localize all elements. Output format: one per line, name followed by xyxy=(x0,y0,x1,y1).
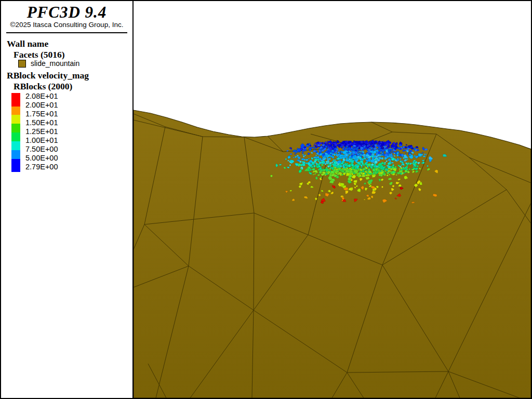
colorbar-value-label: 1.50E+01 xyxy=(25,118,58,127)
copyright-text: ©2025 Itasca Consulting Group, Inc. xyxy=(1,21,132,29)
colorbar-segment xyxy=(11,159,20,172)
colorbar-value-label: 5.00E+00 xyxy=(25,154,58,163)
wall-name-heading: Wall name xyxy=(7,38,48,49)
colorbar-value-label: 1.25E+01 xyxy=(25,127,58,136)
velocity-colorbar: 2.08E+012.00E+011.75E+011.50E+011.25E+01… xyxy=(1,93,134,181)
colorbar-value-label: 2.79E+00 xyxy=(25,163,58,171)
colorbar-value-label: 1.75E+01 xyxy=(25,110,58,118)
rblocks-group-label: RBlocks (2000) xyxy=(14,81,72,92)
rblock-heading: RBlock velocity_mag xyxy=(7,70,89,81)
colorbar-value-label: 2.00E+01 xyxy=(25,101,58,110)
wall-legend-item: slide_mountain xyxy=(18,59,79,68)
colorbar-segment xyxy=(11,93,20,107)
wall-color-swatch xyxy=(18,60,26,68)
legend-panel: PFC3D 9.4 ©2025 Itasca Consulting Group,… xyxy=(1,1,134,398)
colorbar-segment xyxy=(11,124,20,132)
colorbar-segment xyxy=(11,150,20,159)
colorbar-segment xyxy=(11,115,20,124)
colorbar-swatches xyxy=(11,93,20,172)
scene-canvas[interactable] xyxy=(134,1,531,398)
colorbar-value-label: 1.00E+01 xyxy=(25,136,58,145)
title-divider xyxy=(6,32,127,33)
colorbar-segment xyxy=(11,141,20,150)
facets-group-label: Facets (5016) xyxy=(14,49,65,60)
app-title: PFC3D 9.4 xyxy=(1,3,132,22)
wall-item-label: slide_mountain xyxy=(31,59,79,68)
colorbar-value-label: 2.08E+01 xyxy=(25,92,58,101)
pfc3d-window: PFC3D 9.4 ©2025 Itasca Consulting Group,… xyxy=(0,0,532,399)
viewport-3d[interactable] xyxy=(134,1,531,398)
colorbar-value-label: 7.50E+00 xyxy=(25,145,58,154)
colorbar-segment xyxy=(11,107,20,115)
colorbar-segment xyxy=(11,132,20,141)
